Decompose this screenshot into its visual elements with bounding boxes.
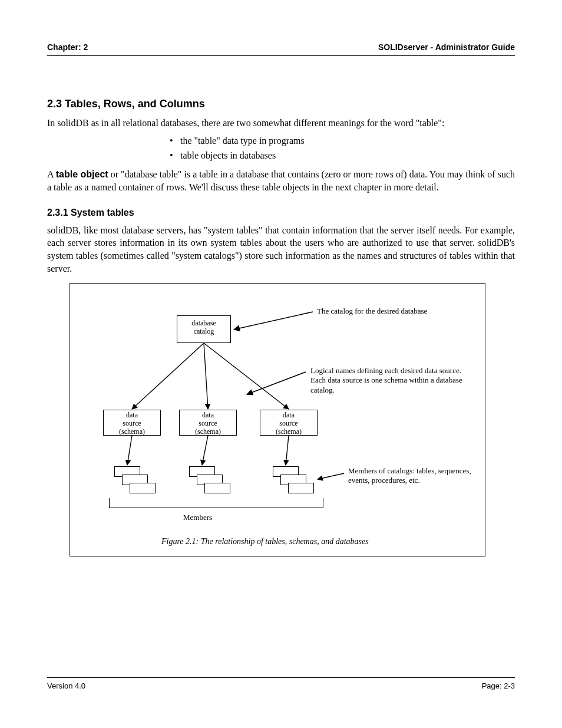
- svg-line-8: [318, 473, 344, 479]
- footer-right: Page: 2-3: [482, 681, 515, 690]
- label-members: Members of catalogs: tables, sequences, …: [348, 466, 478, 486]
- figure-caption: Figure 2.1: The relationship of tables, …: [161, 536, 369, 548]
- label-catalog: The catalog for the desired database: [317, 306, 427, 317]
- bullet-list: the "table" data type in programs table …: [47, 134, 515, 162]
- ds3-l3: (schema): [260, 428, 317, 436]
- catalog-box-l1: database: [177, 319, 230, 328]
- ds3-l2: source: [260, 420, 317, 428]
- paragraph-1: In solidDB as in all relational database…: [47, 117, 515, 130]
- paragraph-3: solidDB, like most database servers, has…: [47, 224, 515, 275]
- page-footer: Version 4.0 Page: 2-3: [47, 673, 515, 690]
- ds2-l3: (schema): [180, 428, 236, 436]
- footer-left: Version 4.0: [47, 681, 85, 690]
- svg-line-4: [202, 436, 208, 465]
- label-datasource: Logical names defining each desired data…: [310, 366, 470, 395]
- bullet-item-2: table objects in databases: [47, 149, 515, 162]
- svg-line-3: [127, 436, 132, 465]
- page: Chapter: 2 SOLIDserver - Administrator G…: [0, 0, 562, 728]
- section-title: 2.3 Tables, Rows, and Columns: [47, 97, 515, 111]
- footer-row: Version 4.0 Page: 2-3: [47, 681, 515, 690]
- schema-box-1: data source (schema): [103, 410, 161, 436]
- svg-line-0: [132, 343, 204, 409]
- figure: database catalog data source (schema) da…: [70, 283, 485, 556]
- page-header: Chapter: 2 SOLIDserver - Administrator G…: [47, 42, 515, 61]
- svg-line-2: [204, 343, 289, 409]
- body: 2.3 Tables, Rows, and Columns In solidDB…: [47, 83, 515, 556]
- header-rule: [47, 55, 515, 56]
- svg-line-1: [204, 343, 208, 409]
- svg-line-7: [247, 372, 306, 394]
- footer-rule: [47, 677, 515, 678]
- members-bracket-label: Members: [183, 512, 212, 523]
- svg-line-5: [286, 436, 289, 465]
- subsection-title: 2.3.1 System tables: [47, 206, 515, 219]
- member-box: [130, 483, 156, 493]
- ds1-l2: source: [104, 420, 160, 428]
- p2-b: or "database table" is a table in a data…: [47, 169, 515, 192]
- header-row: Chapter: 2 SOLIDserver - Administrator G…: [47, 42, 515, 52]
- catalog-box-l2: catalog: [177, 328, 230, 336]
- member-box: [204, 483, 230, 493]
- schema-box-3: data source (schema): [260, 410, 318, 436]
- p2-a: A: [47, 169, 56, 179]
- ds1-l1: data: [104, 411, 160, 420]
- ds1-l3: (schema): [104, 428, 160, 436]
- header-left: Chapter: 2: [47, 42, 88, 52]
- schema-box-2: data source (schema): [179, 410, 237, 436]
- ds2-l1: data: [180, 411, 236, 420]
- members-bracket: [109, 498, 323, 508]
- bullet-item-1: the "table" data type in programs: [47, 134, 515, 147]
- p2-term: table object: [56, 169, 108, 179]
- member-box: [288, 483, 314, 493]
- paragraph-2: A table object or "database table" is a …: [47, 168, 515, 193]
- header-right: SOLIDserver - Administrator Guide: [378, 42, 515, 52]
- ds2-l2: source: [180, 420, 236, 428]
- ds3-l1: data: [260, 411, 317, 420]
- catalog-box: database catalog: [177, 315, 231, 343]
- svg-line-6: [234, 312, 313, 330]
